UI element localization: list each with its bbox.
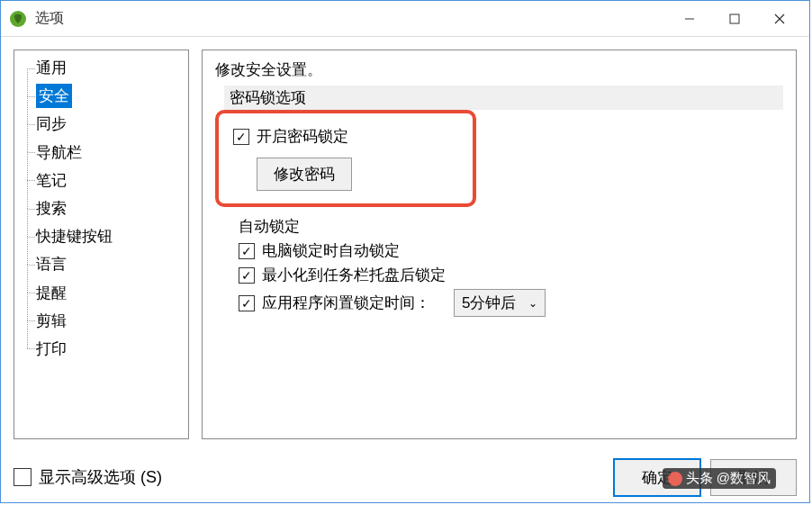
sidebar-item-clipper[interactable]: 剪辑 — [14, 307, 188, 335]
watermark-text: 头条 @数智风 — [686, 470, 771, 487]
sidebar-item-security[interactable]: 安全 — [14, 82, 188, 110]
close-button[interactable] — [757, 5, 802, 33]
idle-lock-row: ✓ 应用程序闲置锁定时间： 5分钟后 ⌄ — [239, 289, 783, 317]
minimize-button[interactable] — [667, 5, 712, 33]
app-icon — [8, 9, 28, 29]
lock-on-computer-lock-checkbox[interactable]: ✓ — [239, 243, 255, 259]
enable-password-lock-row[interactable]: ✓ 开启密码锁定 — [233, 126, 458, 147]
options-window: 选项 通用 安全 同步 导航栏 笔记 搜索 快捷键按钮 语言 提醒 剪辑 打印 — [0, 0, 810, 503]
settings-panel: 修改安全设置。 密码锁选项 ✓ 开启密码锁定 修改密码 自动锁定 ✓ 电脑锁定时… — [202, 50, 797, 439]
advanced-options-label: 显示高级选项 (S) — [39, 466, 162, 488]
content-area: 通用 安全 同步 导航栏 笔记 搜索 快捷键按钮 语言 提醒 剪辑 打印 修改安… — [1, 37, 809, 452]
sidebar-item-notes[interactable]: 笔记 — [14, 167, 188, 194]
enable-password-lock-label: 开启密码锁定 — [257, 126, 348, 147]
watermark-icon — [668, 472, 682, 486]
sidebar-item-sync[interactable]: 同步 — [14, 110, 188, 138]
lock-on-minimize-checkbox[interactable]: ✓ — [239, 267, 255, 284]
lock-on-computer-lock-label: 电脑锁定时自动锁定 — [262, 240, 400, 261]
window-title: 选项 — [35, 9, 667, 28]
titlebar: 选项 — [1, 1, 809, 37]
sidebar-item-print[interactable]: 打印 — [14, 335, 188, 363]
sidebar-item-shortcuts[interactable]: 快捷键按钮 — [14, 222, 188, 250]
category-sidebar: 通用 安全 同步 导航栏 笔记 搜索 快捷键按钮 语言 提醒 剪辑 打印 — [14, 50, 189, 439]
lock-on-minimize-label: 最小化到任务栏托盘后锁定 — [262, 265, 446, 285]
change-password-button[interactable]: 修改密码 — [257, 158, 352, 191]
password-lock-highlight: ✓ 开启密码锁定 修改密码 — [215, 110, 476, 207]
idle-lock-value: 5分钟后 — [462, 293, 516, 313]
sidebar-item-search[interactable]: 搜索 — [14, 194, 188, 222]
chevron-down-icon: ⌄ — [528, 297, 537, 310]
watermark: 头条 @数智风 — [663, 468, 776, 489]
enable-password-lock-checkbox[interactable]: ✓ — [233, 129, 249, 145]
panel-heading: 修改安全设置。 — [215, 59, 783, 80]
maximize-button[interactable] — [712, 5, 757, 33]
sidebar-item-navbar[interactable]: 导航栏 — [14, 139, 188, 167]
password-group-label: 密码锁选项 — [224, 86, 783, 110]
auto-lock-section: 自动锁定 ✓ 电脑锁定时自动锁定 ✓ 最小化到任务栏托盘后锁定 ✓ 应用程序闲置… — [239, 216, 783, 320]
auto-lock-title: 自动锁定 — [239, 216, 783, 237]
lock-on-computer-lock-row[interactable]: ✓ 电脑锁定时自动锁定 — [239, 240, 783, 261]
sidebar-item-language[interactable]: 语言 — [14, 250, 188, 278]
idle-lock-select[interactable]: 5分钟后 ⌄ — [454, 289, 546, 317]
sidebar-item-general[interactable]: 通用 — [14, 54, 188, 82]
sidebar-item-reminders[interactable]: 提醒 — [14, 279, 188, 307]
idle-lock-checkbox[interactable]: ✓ — [239, 295, 255, 311]
svg-rect-2 — [730, 14, 739, 23]
advanced-options-row[interactable]: 显示高级选项 (S) — [14, 466, 604, 488]
advanced-options-checkbox[interactable] — [14, 468, 32, 486]
window-controls — [667, 5, 802, 33]
lock-on-minimize-row[interactable]: ✓ 最小化到任务栏托盘后锁定 — [239, 265, 783, 285]
idle-lock-label: 应用程序闲置锁定时间： — [262, 293, 430, 313]
